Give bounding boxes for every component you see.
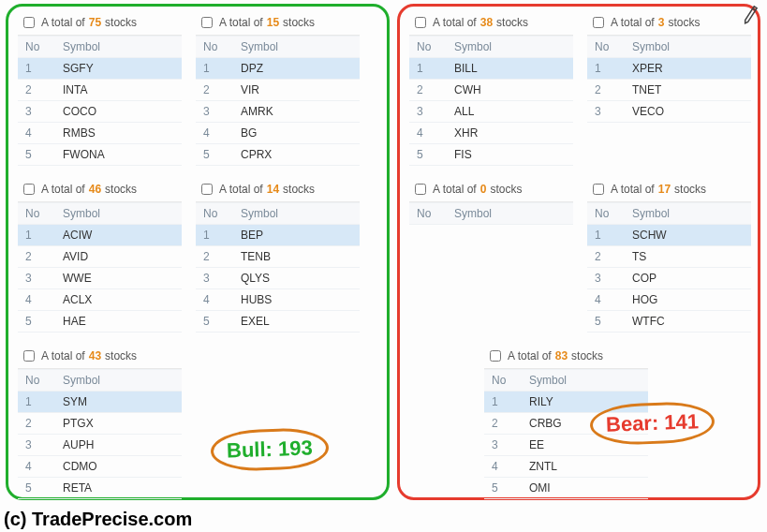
column-header[interactable]: Symbol <box>625 37 751 58</box>
stock-table: NoSymbol1BEP2TENB3QLYS4HUBS5EXEL <box>196 202 360 332</box>
column-header[interactable]: Symbol <box>55 37 182 58</box>
table-row[interactable]: 4XHR <box>409 123 573 144</box>
panel-select-checkbox[interactable] <box>201 184 213 195</box>
stock-panel: A total of 75 stocksNoSymbol1SGFY2INTA3C… <box>18 12 182 166</box>
row-number: 5 <box>18 311 55 332</box>
table-row[interactable]: 1BILL <box>409 58 573 80</box>
column-header[interactable]: Symbol <box>447 37 573 58</box>
table-row[interactable]: 3ALL <box>409 101 573 123</box>
table-row[interactable]: 5FIS <box>409 144 573 166</box>
stock-symbol: SGFY <box>55 58 182 80</box>
panel-stock-count: 43 <box>89 349 101 362</box>
table-row[interactable]: 3COP <box>587 268 751 289</box>
panel-header-suffix: stocks <box>490 183 522 196</box>
panel-stock-count: 14 <box>267 183 279 196</box>
stock-symbol: FWONA <box>55 144 182 166</box>
column-header[interactable]: Symbol <box>55 203 182 225</box>
stock-symbol: SCHW <box>625 225 751 246</box>
panel-select-checkbox[interactable] <box>593 17 604 28</box>
panel-header: A total of 3 stocks <box>587 12 751 36</box>
panel-stock-count: 3 <box>658 16 665 29</box>
table-row[interactable]: 5FWONA <box>18 144 182 166</box>
table-row[interactable]: 4ACLX <box>18 289 182 311</box>
column-header[interactable]: No <box>196 37 233 58</box>
stock-symbol: WWE <box>55 268 182 289</box>
panel-select-checkbox[interactable] <box>23 184 35 195</box>
table-row[interactable]: 1DPZ <box>196 58 360 80</box>
column-header[interactable]: Symbol <box>233 203 360 225</box>
column-header[interactable]: No <box>409 37 447 58</box>
table-row[interactable]: 5OMI <box>484 478 648 499</box>
table-row[interactable]: 1SGFY <box>18 58 182 80</box>
panel-header-prefix: A total of <box>219 16 263 29</box>
table-row[interactable]: 4HOG <box>587 289 751 311</box>
panel-header: A total of 15 stocks <box>196 12 360 36</box>
stock-panel: A total of 46 stocksNoSymbol1ACIW2AVID3W… <box>18 179 182 332</box>
table-row[interactable]: 2TNET <box>587 80 751 101</box>
table-row[interactable]: 1SCHW <box>587 225 751 246</box>
panel-header-prefix: A total of <box>41 16 85 29</box>
table-row[interactable]: 1ACIW <box>18 225 182 246</box>
panel-stock-count: 0 <box>480 183 487 196</box>
panel-select-checkbox[interactable] <box>490 350 501 362</box>
stock-symbol: XHR <box>447 123 573 144</box>
table-row[interactable]: 1XPER <box>587 58 751 80</box>
column-header[interactable]: Symbol <box>233 37 360 58</box>
panel-select-checkbox[interactable] <box>201 17 213 28</box>
panel-select-checkbox[interactable] <box>23 350 35 362</box>
table-row[interactable]: 4CDMO <box>18 456 182 478</box>
column-header[interactable]: No <box>18 370 55 392</box>
table-row[interactable]: 5EXEL <box>196 311 360 332</box>
panel-header: A total of 0 stocks <box>409 179 573 202</box>
stock-panel: A total of 3 stocksNoSymbol1XPER2TNET3VE… <box>587 12 751 123</box>
table-row[interactable]: 2TENB <box>196 246 360 268</box>
table-row[interactable]: 1SYM <box>18 392 182 413</box>
column-header[interactable]: No <box>196 203 233 225</box>
table-row[interactable]: 3AUPH <box>18 435 182 456</box>
row-number: 4 <box>196 123 233 144</box>
table-row[interactable]: 5HAE <box>18 311 182 332</box>
column-header[interactable]: No <box>587 203 625 225</box>
panel-header-prefix: A total of <box>41 349 85 362</box>
table-row[interactable]: 2CWH <box>409 80 573 101</box>
column-header[interactable]: Symbol <box>447 203 573 225</box>
panel-select-checkbox[interactable] <box>415 184 426 195</box>
table-row[interactable]: 3QLYS <box>196 268 360 289</box>
table-row[interactable]: 4RMBS <box>18 123 182 144</box>
column-header[interactable]: Symbol <box>522 370 648 392</box>
row-number: 3 <box>18 268 55 289</box>
column-header[interactable]: No <box>409 203 447 225</box>
panel-header-prefix: A total of <box>611 16 655 29</box>
table-row[interactable]: 4HUBS <box>196 289 360 311</box>
table-row[interactable]: 5WTFC <box>587 311 751 332</box>
table-row[interactable]: 2INTA <box>18 80 182 101</box>
stock-table: NoSymbol1DPZ2VIR3AMRK4BG5CPRX <box>196 36 360 166</box>
panel-select-checkbox[interactable] <box>415 17 426 28</box>
panel-select-checkbox[interactable] <box>23 17 35 28</box>
panel-select-checkbox[interactable] <box>593 184 604 195</box>
row-number: 4 <box>196 289 233 311</box>
stock-symbol: CWH <box>447 80 573 101</box>
stock-table: NoSymbol1SYM2PTGX3AUPH4CDMO5RETA <box>18 369 182 499</box>
table-row[interactable]: 2AVID <box>18 246 182 268</box>
column-header[interactable]: No <box>484 370 522 392</box>
table-row[interactable]: 2TS <box>587 246 751 268</box>
edit-icon[interactable] <box>739 2 763 26</box>
table-row[interactable]: 3WWE <box>18 268 182 289</box>
table-row[interactable]: 3VECO <box>587 101 751 123</box>
table-row[interactable]: 3AMRK <box>196 101 360 123</box>
column-header[interactable]: No <box>18 37 55 58</box>
table-row[interactable]: 5RETA <box>18 478 182 499</box>
table-row[interactable]: 5CPRX <box>196 144 360 166</box>
row-number: 5 <box>484 478 522 499</box>
table-row[interactable]: 1BEP <box>196 225 360 246</box>
column-header[interactable]: Symbol <box>625 203 751 225</box>
column-header[interactable]: No <box>587 37 625 58</box>
table-row[interactable]: 2PTGX <box>18 413 182 435</box>
column-header[interactable]: No <box>18 203 55 225</box>
table-row[interactable]: 4ZNTL <box>484 456 648 478</box>
table-row[interactable]: 2VIR <box>196 80 360 101</box>
table-row[interactable]: 4BG <box>196 123 360 144</box>
column-header[interactable]: Symbol <box>55 370 182 392</box>
table-row[interactable]: 3COCO <box>18 101 182 123</box>
